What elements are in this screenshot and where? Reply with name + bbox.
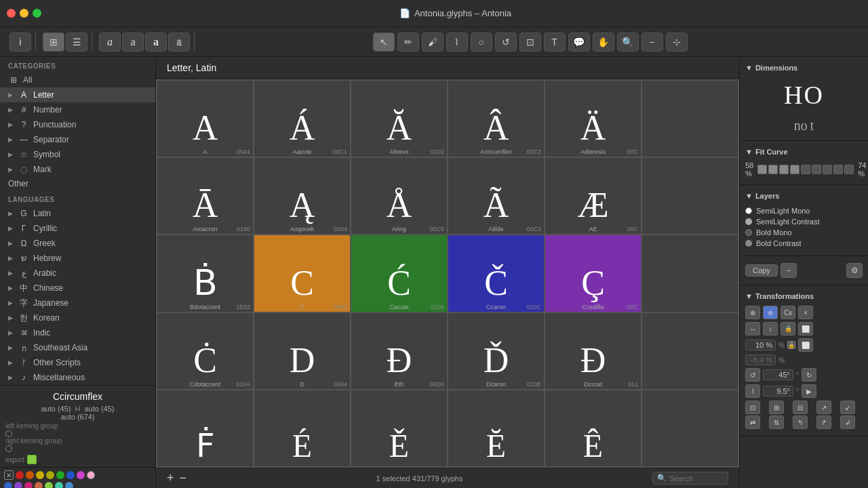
layers-header[interactable]: ▼ Layers bbox=[740, 189, 868, 203]
measure-tool[interactable]: ⊹ bbox=[666, 33, 688, 52]
glyph-cell-F3[interactable]: Ě bbox=[351, 390, 447, 466]
transform-center-icon[interactable]: ⊕ bbox=[763, 306, 778, 319]
color-dot-salmon[interactable] bbox=[35, 482, 43, 488]
layer-item-semilight-contrast[interactable]: SemiLight Contrast bbox=[745, 216, 863, 227]
glyph-cell-F4[interactable]: Ĕ bbox=[448, 390, 544, 466]
sidebar-item-cyrillic[interactable]: ▶ Г Cyrillic bbox=[0, 221, 155, 236]
pct-box-2[interactable] bbox=[768, 165, 778, 174]
tg-icon-8[interactable]: ↰ bbox=[793, 415, 808, 429]
layer-item-bold-contrast[interactable]: Bold Contrast bbox=[745, 238, 863, 249]
glyph-cell-Adieresis[interactable]: Ä Adieresis 00C bbox=[545, 81, 641, 157]
color-dot-teal[interactable] bbox=[55, 482, 63, 488]
maximize-button[interactable] bbox=[33, 9, 41, 18]
font-preview-a-bold[interactable]: a bbox=[145, 33, 167, 52]
color-dot-sky[interactable] bbox=[65, 482, 73, 488]
sidebar-item-chinese[interactable]: ▶ 中 Chinese bbox=[0, 281, 155, 296]
transform-tool[interactable]: ⊡ bbox=[519, 33, 541, 52]
tg-icon-6[interactable]: ⇄ bbox=[745, 415, 760, 429]
glyph-cell-Aogonek[interactable]: Ą Aogonek 0104 bbox=[254, 158, 350, 234]
glyph-cell-Dcroat[interactable]: Đ Dcroat 011 bbox=[545, 313, 641, 389]
transform-times-icon[interactable]: × bbox=[798, 306, 813, 319]
transform-rotate-ccw-icon[interactable]: ↺ bbox=[745, 368, 760, 382]
glyph-cell-Ccedilla[interactable]: Ç Ccedilla 00C bbox=[545, 235, 641, 311]
sidebar-item-latin[interactable]: ▶ G Latin bbox=[0, 206, 155, 221]
close-color-button[interactable]: ✕ bbox=[4, 470, 14, 480]
info-button[interactable]: i bbox=[9, 33, 31, 52]
glyph-cell-Dcaron[interactable]: Ď Dcaron 010E bbox=[448, 313, 544, 389]
transform-flip-h-icon[interactable]: ↔ bbox=[745, 322, 760, 336]
settings-icon-button[interactable]: ⚙ bbox=[846, 263, 863, 278]
pct-box-5[interactable] bbox=[801, 165, 810, 174]
sidebar-item-japanese[interactable]: ▶ 字 Japanese bbox=[0, 296, 155, 310]
glyph-cell-Cacute[interactable]: Ć Cacute 0106 bbox=[351, 235, 447, 311]
pct-box-6[interactable] bbox=[812, 165, 821, 174]
glyph-cell-A[interactable]: A A 0041 bbox=[157, 81, 253, 157]
fit-curve-header[interactable]: ▼ Fit Curve bbox=[740, 145, 868, 159]
dimensions-header[interactable]: ▼ Dimensions bbox=[740, 61, 868, 75]
glyph-cell-F5[interactable]: Ê bbox=[545, 390, 641, 466]
color-dot-green[interactable] bbox=[56, 471, 64, 479]
tg-icon-4[interactable]: ↗ bbox=[816, 401, 831, 414]
sidebar-item-separator[interactable]: ▶ — Separator bbox=[0, 132, 155, 147]
glyph-cell-Cdotaccent[interactable]: Ċ Cdotaccent 010A bbox=[157, 313, 253, 389]
tg-icon-10[interactable]: ↲ bbox=[840, 415, 855, 429]
transform-cx-icon[interactable]: Cx bbox=[781, 306, 795, 319]
copy-button[interactable]: Copy bbox=[745, 264, 778, 277]
color-dot-blue[interactable] bbox=[66, 471, 75, 479]
sidebar-item-hebrew[interactable]: ▶ ש Hebrew bbox=[0, 251, 155, 266]
color-dot-pink[interactable] bbox=[77, 471, 85, 479]
tg-icon-9[interactable]: ↱ bbox=[816, 415, 831, 429]
pct-box-3[interactable] bbox=[779, 165, 789, 174]
pct-box-8[interactable] bbox=[833, 165, 843, 174]
tg-icon-2[interactable]: ⊞ bbox=[769, 401, 784, 414]
pct-box-7[interactable] bbox=[823, 165, 832, 174]
sidebar-item-southeast-asia[interactable]: ▶ ก Southeast Asia bbox=[0, 340, 155, 355]
glyph-cell-Bdotaccent[interactable]: Ḃ Bdotaccent 1E02 bbox=[157, 235, 253, 311]
font-preview-a-regular[interactable]: a bbox=[122, 33, 144, 52]
glyph-cell-Ccaron[interactable]: Č Ccaron 010C bbox=[448, 235, 544, 311]
transform-move-icon[interactable]: ⊕ bbox=[745, 306, 760, 319]
rotate-tool[interactable]: ↺ bbox=[495, 33, 517, 52]
transform-lock-icon[interactable]: 🔒 bbox=[781, 322, 795, 336]
pct-box-1[interactable] bbox=[757, 165, 767, 174]
glyph-cell-Atilde[interactable]: Ã Atilde 00C3 bbox=[448, 158, 544, 234]
ellipse-tool[interactable]: ○ bbox=[471, 33, 492, 52]
glyph-cell-D[interactable]: D D 0044 bbox=[254, 313, 350, 389]
transform-width-extra-icon[interactable]: ⬜ bbox=[798, 338, 813, 352]
tg-icon-7[interactable]: ⇅ bbox=[769, 415, 784, 429]
glyph-cell-Abreve[interactable]: Ă Abreve 0102 bbox=[351, 81, 447, 157]
color-dot-magenta[interactable] bbox=[24, 482, 33, 488]
transform-angle2-input[interactable] bbox=[763, 386, 793, 396]
glyph-cell-Aacute[interactable]: Á Aacute 00C1 bbox=[254, 81, 350, 157]
glyph-search-box[interactable]: 🔍 bbox=[652, 472, 728, 485]
close-button[interactable] bbox=[7, 9, 16, 18]
minus-tool[interactable]: − bbox=[642, 33, 663, 52]
hand-tool[interactable]: ✋ bbox=[593, 33, 614, 52]
sidebar-item-mark[interactable]: ▶ ◌ Mark bbox=[0, 162, 155, 177]
color-dot-lime[interactable] bbox=[45, 482, 53, 488]
text-tool[interactable]: T bbox=[544, 33, 566, 52]
color-dot-purple[interactable] bbox=[14, 482, 22, 488]
sidebar-item-all[interactable]: ⊞ All bbox=[0, 73, 155, 87]
color-dot-orange[interactable] bbox=[26, 471, 34, 479]
glyph-cell-Eth[interactable]: Ð Eth 00D0 bbox=[351, 313, 447, 389]
pencil-tool[interactable]: ✏ bbox=[397, 33, 419, 52]
color-dot-blue2[interactable] bbox=[4, 482, 12, 488]
sidebar-item-miscellaneous[interactable]: ▶ ♪ Miscellaneous bbox=[0, 370, 155, 385]
zoom-tool[interactable]: 🔍 bbox=[617, 33, 639, 52]
export-checkbox[interactable] bbox=[27, 455, 37, 464]
sidebar-item-letter[interactable]: ▶ A Letter bbox=[0, 87, 155, 102]
tg-icon-3[interactable]: ⊟ bbox=[793, 401, 808, 414]
sidebar-item-arabic[interactable]: ▶ ع Arabic bbox=[0, 266, 155, 281]
font-preview-a-italic[interactable]: a bbox=[99, 33, 121, 52]
glyph-cell-C[interactable]: C C 0043 bbox=[254, 235, 350, 311]
sidebar-item-number[interactable]: ▶ # Number bbox=[0, 102, 155, 117]
glyph-cell-Amacron[interactable]: Ā Amacron 0100 bbox=[157, 158, 253, 234]
minus-icon-button[interactable]: − bbox=[781, 263, 797, 278]
transform-slant-icon[interactable]: ⌇ bbox=[745, 384, 760, 398]
pct-box-9[interactable] bbox=[844, 165, 854, 174]
sidebar-item-indic[interactable]: ▶ अ Indic bbox=[0, 325, 155, 340]
list-view-button[interactable]: ☰ bbox=[66, 33, 87, 52]
add-glyph-button[interactable]: + bbox=[167, 471, 174, 485]
transform-height-input[interactable] bbox=[745, 354, 776, 365]
